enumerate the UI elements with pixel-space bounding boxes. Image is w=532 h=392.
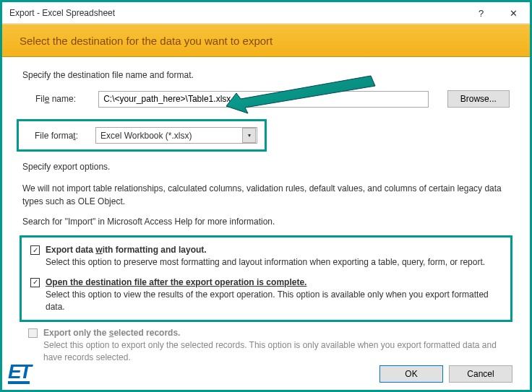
open-after-export-checkbox[interactable]	[30, 278, 40, 287]
file-format-value: Excel Workbook (*.xlsx)	[96, 131, 241, 141]
info-import-note: We will not import table relationships, …	[22, 182, 510, 208]
open-after-export-label: Open the destination file after the expo…	[46, 277, 306, 287]
file-format-combo[interactable]: Excel Workbook (*.xlsx) ▾	[95, 127, 257, 144]
window-title: Export - Excel Spreadsheet	[9, 8, 115, 18]
export-selected-checkbox	[28, 328, 38, 338]
cancel-button[interactable]: Cancel	[449, 365, 512, 383]
help-icon[interactable]: ?	[465, 2, 497, 24]
export-selected-label: Export only the selected records.	[43, 328, 180, 338]
filename-label: File name:	[35, 94, 95, 104]
et-logo: ET	[8, 362, 30, 384]
open-after-export-desc: Select this option to view the results o…	[46, 289, 502, 313]
section-options-heading: Specify export options.	[22, 162, 510, 172]
file-format-highlight: File format: Excel Workbook (*.xlsx) ▾	[17, 119, 267, 152]
close-icon[interactable]: ✕	[497, 2, 530, 24]
export-selected-desc: Select this option to export only the se…	[43, 339, 510, 364]
browse-button[interactable]: Browse...	[447, 90, 510, 108]
export-formatting-label: Export data with formatting and layout.	[46, 245, 207, 255]
info-help-note: Search for "Import" in Microsoft Access …	[22, 215, 510, 228]
export-formatting-checkbox[interactable]	[30, 245, 40, 255]
filename-input[interactable]	[98, 91, 428, 108]
file-format-label: File format:	[35, 131, 93, 141]
ok-button[interactable]: OK	[379, 365, 443, 383]
chevron-down-icon[interactable]: ▾	[242, 128, 256, 143]
section-dest-heading: Specify the destination file name and fo…	[22, 70, 510, 80]
export-formatting-desc: Select this option to preserve most form…	[46, 256, 502, 269]
export-options-highlight: Export data with formatting and layout. …	[20, 235, 512, 322]
banner-heading: Select the destination for the data you …	[2, 24, 530, 57]
titlebar: Export - Excel Spreadsheet ? ✕	[2, 2, 530, 24]
